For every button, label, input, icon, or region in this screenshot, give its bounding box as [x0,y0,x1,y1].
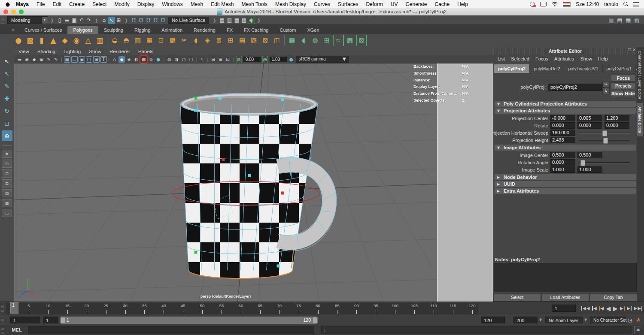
menu-item-windows[interactable]: Windows [158,1,187,7]
attribute-editor-title-bar[interactable]: Attribute Editor ❐ ✕ [493,47,637,54]
quad-draw-icon[interactable]: ▧ [248,35,259,46]
poly-pyramid-icon[interactable]: △ [82,35,94,46]
save-scene-icon[interactable]: ▣ [70,17,78,24]
cube-wire-icon[interactable]: ⊡ [155,35,167,46]
menu-item-edit-mesh[interactable]: Edit Mesh [207,1,237,7]
menu-item-generate[interactable]: Generate [401,1,431,7]
shelf-tab-animation[interactable]: Animation [156,26,188,34]
go-to-start-button[interactable]: ◀◀ [581,306,589,311]
dock-tab-attribute-editor[interactable]: Attribute Editor [637,103,643,137]
render-settings-icon[interactable]: ▨ [240,17,248,24]
shadows-icon[interactable]: ● [155,56,161,63]
step-back-key-button[interactable]: ◀ [599,306,604,311]
tool-settings-toggle-icon[interactable]: ▦ [625,17,632,24]
ae-menu-show[interactable]: Show [580,56,592,61]
paint-select-tool[interactable]: ✎ [2,81,12,91]
attribute-field[interactable]: 1.000 [577,166,602,173]
ambient-occlusion-icon[interactable]: ◑ [173,56,180,63]
combine-icon[interactable]: ◒ [109,35,120,46]
menu-item-help[interactable]: Help [453,1,472,7]
isolate-select-icon[interactable]: ⊟ [210,56,216,63]
mug-mesh-object[interactable] [172,93,337,278]
menu-item-mesh-tools[interactable]: Mesh Tools [238,1,271,7]
toolbar-grip[interactable] [1,17,4,24]
select-component-icon[interactable]: ⊞ [115,17,122,24]
layout-hypershade-persp[interactable]: ▦ [2,199,12,207]
resolution-gate-icon[interactable]: ▣ [79,56,85,63]
shelf-tab-custom[interactable]: Custom [274,26,302,34]
time-slider-ticks[interactable]: 5101520253035404550556065707580859095100… [6,303,478,314]
wireframe-on-shaded-icon[interactable]: ◈ [126,56,132,63]
perspective-viewport-panel[interactable]: ViewShadingLightingShowRendererPanels ▬◉… [14,47,493,302]
exposure-icon[interactable]: ◎ [236,56,242,63]
step-forward-frame-button[interactable]: ▶ [627,306,632,311]
select-button[interactable]: Select [493,293,541,302]
select-object-icon[interactable]: ↖ [108,17,115,24]
shelf-tab-sculpting[interactable]: Sculpting [98,26,129,34]
layout-four-pane[interactable]: ⊞ [2,160,12,168]
gate-mask-icon[interactable]: ▢ [86,56,92,63]
close-panel-icon[interactable]: ✕ [632,48,636,52]
panel-menu-renderer[interactable]: Renderer [109,49,130,54]
separate-icon[interactable]: ◓ [121,35,132,46]
layout-single-pane[interactable]: ❖ [2,150,12,158]
menu-item-curves[interactable]: Curves [310,1,334,7]
uv-handle[interactable] [248,174,251,177]
section-header-projection-attributes[interactable]: ▼Projection Attributes [495,108,636,114]
poly-cube-icon[interactable]: ▩ [24,35,36,46]
uv-handle[interactable] [194,109,197,112]
viewport-exposure-field[interactable]: 0.00 [243,57,261,62]
attribute-field[interactable]: 0.000 [550,122,575,129]
poly-torus-icon[interactable]: ◉ [71,35,82,46]
menu-item-maya[interactable]: Maya [12,1,33,7]
panel-menu-show[interactable]: Show [89,49,101,54]
ae-tab-polytweakuv1[interactable]: polyTweakUV1 [564,64,602,73]
section-header-node-behavior[interactable]: ▶Node Behavior [495,174,636,180]
cylindrical-mapping-icon[interactable]: ◖ [298,35,309,46]
poly-cone-icon[interactable]: ▲ [48,35,59,46]
slider-thumb[interactable] [603,138,608,144]
command-input-field[interactable] [28,326,314,334]
select-hierarchy-icon[interactable]: ⌂ [100,17,108,24]
menu-item-select[interactable]: Select [88,1,110,7]
playback-start-field[interactable]: 1 [43,317,58,323]
smooth-shade-icon[interactable]: ◆ [118,56,125,63]
step-forward-key-button[interactable]: ▶ [620,306,625,311]
snap-curve-icon[interactable]: Ω [137,17,145,24]
attribute-field[interactable]: 0.000 [577,122,602,129]
new-scene-icon[interactable]: ▯ [56,17,63,24]
viewport-canvas[interactable]: y x z Backfaces:N/ASmoothness:N/AInstanc… [14,63,493,302]
uv-editor-icon[interactable]: ▩ [344,35,355,46]
animation-end-field[interactable]: 200 [513,317,538,323]
menu-item-mesh[interactable]: Mesh [187,1,207,7]
reduce-icon[interactable]: ▩ [167,35,178,46]
film-gate-icon[interactable]: ▭ [71,56,78,63]
menu-set-value[interactable]: Modeling [7,16,42,24]
presets-button[interactable]: Presets [611,82,636,89]
minimize-window-button[interactable] [11,9,16,14]
notification-badge-icon[interactable] [530,2,535,7]
selected-vertex[interactable] [281,192,284,195]
snap-grid-icon[interactable]: Ω [130,17,137,24]
window-title-bar[interactable]: Autodesk Maya 2016 - Student Version: /U… [0,8,644,15]
ae-menu-focus[interactable]: Focus [535,56,548,61]
selected-vertex[interactable] [222,158,225,161]
camera-attributes-icon[interactable]: ◉ [24,56,30,63]
mirror-icon[interactable]: ◫ [271,35,283,46]
wireframe-icon[interactable]: ◇ [111,56,118,63]
float-panel-icon[interactable]: ❐ [628,48,631,52]
target-weld-icon[interactable]: ⊠ [260,35,271,46]
menu-item-mesh-display[interactable]: Mesh Display [271,1,310,7]
last-tool-manipulator[interactable]: ⊕ [2,130,12,141]
section-header-uuid[interactable]: ▶UUID [495,181,636,187]
menu-item-uv[interactable]: UV [387,1,402,7]
layout-two-pane-stacked[interactable]: ⊟ [2,169,12,178]
menu-item-modify[interactable]: Modify [110,1,133,7]
select-camera-icon[interactable]: ▬ [16,56,23,63]
automatic-mapping-icon[interactable]: ⊞ [321,35,332,46]
split-icon[interactable]: ▥ [132,35,143,46]
dock-tab-channel-box-layer-editor[interactable]: Channel Box / Layer Editor [637,47,643,103]
shelf-tab-rigging[interactable]: Rigging [129,26,156,34]
viewport-colorspace-dropdown[interactable]: sRGB gamma▼ [296,56,349,63]
go-to-end-button[interactable]: ▶▶ [634,306,642,311]
